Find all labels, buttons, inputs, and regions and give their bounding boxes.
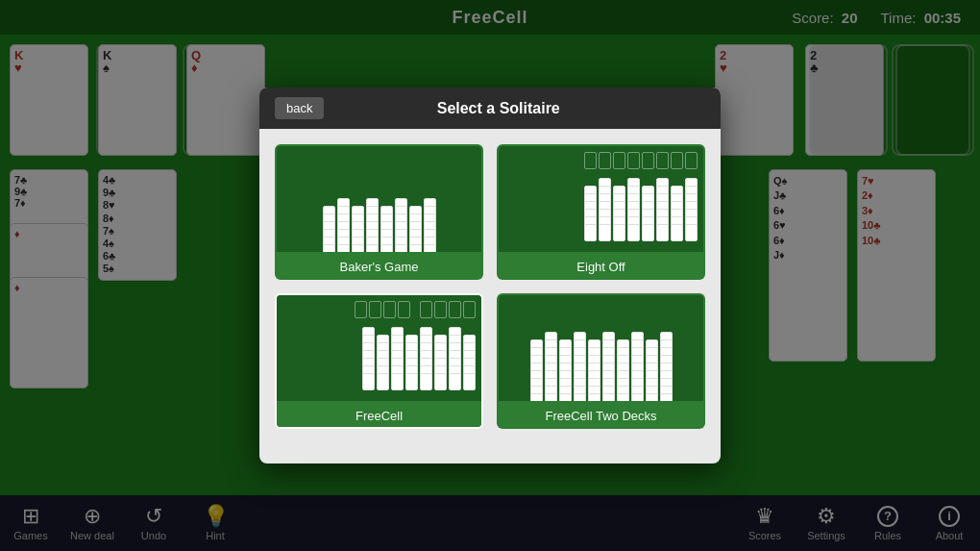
- bakers-game-preview: [277, 146, 481, 252]
- game-option-freecell-two-decks[interactable]: FreeCell Two Decks: [497, 293, 705, 429]
- eight-off-top-row: [584, 152, 698, 171]
- game-option-freecell[interactable]: FreeCell: [275, 293, 483, 429]
- modal-overlay: back Select a Solitaire: [0, 0, 980, 551]
- game-option-eight-off[interactable]: Eight Off: [497, 144, 705, 280]
- freecell-two-decks-label: FreeCell Two Decks: [499, 401, 703, 427]
- freecell-preview: [277, 295, 481, 401]
- modal-header: back Select a Solitaire: [259, 88, 721, 129]
- freecell-label: FreeCell: [277, 401, 481, 427]
- modal-title: Select a Solitaire: [339, 100, 657, 117]
- eight-off-cols: [584, 178, 698, 232]
- freecell-cols: [362, 327, 476, 381]
- bakers-game-label: Baker's Game: [277, 252, 481, 278]
- back-button[interactable]: back: [275, 97, 324, 119]
- game-options-grid: Baker's Game: [259, 129, 721, 444]
- game-option-bakers-game[interactable]: Baker's Game: [275, 144, 483, 280]
- eight-off-label: Eight Off: [499, 252, 703, 278]
- freecell-two-decks-preview: [499, 295, 703, 401]
- select-solitaire-modal: back Select a Solitaire: [259, 88, 721, 463]
- freecell-top-row: [355, 301, 476, 320]
- eight-off-preview: [499, 146, 703, 252]
- bakers-game-mini-cols: [319, 154, 440, 252]
